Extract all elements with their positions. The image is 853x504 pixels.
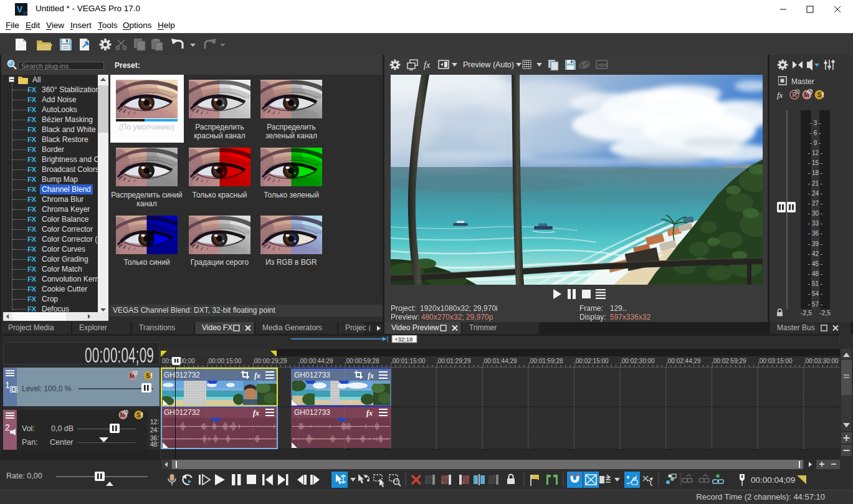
- svg-text:S: S: [136, 412, 141, 419]
- svg-text:S: S: [146, 373, 150, 379]
- svg-text:!: !: [151, 372, 153, 379]
- svg-text:360: 360: [583, 64, 589, 67]
- svg-text:,00:02:59;29: ,00:02:59;29: [712, 358, 746, 364]
- svg-text:V: V: [17, 4, 23, 14]
- svg-text:fx: fx: [424, 60, 431, 70]
- svg-text:!: !: [141, 411, 144, 419]
- svg-text:Preview (Auto): Preview (Auto): [463, 60, 514, 69]
- svg-text:00:00:04;09: 00:00:04;09: [751, 475, 795, 485]
- svg-text:S: S: [817, 91, 822, 98]
- svg-text:,00:00:15:00: ,00:00:15:00: [207, 358, 242, 364]
- svg-text:,00:01:29;29: ,00:01:29;29: [436, 358, 471, 364]
- svg-text:Master: Master: [791, 77, 814, 86]
- svg-text:fx: fx: [777, 90, 783, 100]
- svg-text:M: M: [804, 91, 809, 98]
- svg-text:,00:02:15:00: ,00:02:15:00: [574, 358, 609, 364]
- svg-text:!: !: [822, 91, 824, 98]
- svg-text:,00:02:44;29: ,00:02:44;29: [666, 358, 701, 364]
- svg-text:,00:03:15:00: ,00:03:15:00: [758, 358, 793, 364]
- svg-text:,00:00:29;29: ,00:00:29;29: [252, 358, 287, 364]
- svg-text:,00:01:44;29: ,00:01:44;29: [482, 358, 517, 364]
- svg-text:,00:01:15:00: ,00:01:15:00: [391, 358, 426, 364]
- svg-text:,00:00:59;28: ,00:00:59;28: [345, 358, 379, 364]
- svg-text:HDR: HDR: [598, 63, 608, 67]
- svg-text:+32;18: +32;18: [394, 336, 412, 343]
- svg-text:,00:01:59;28: ,00:01:59;28: [528, 358, 563, 364]
- svg-text:17: 17: [23, 11, 27, 15]
- svg-text:,00:02:30:00: ,00:02:30:00: [620, 358, 655, 364]
- svg-text:,00:00:44;29: ,00:00:44;29: [298, 358, 333, 364]
- svg-text:,00:03:30:00: ,00:03:30:00: [804, 358, 839, 364]
